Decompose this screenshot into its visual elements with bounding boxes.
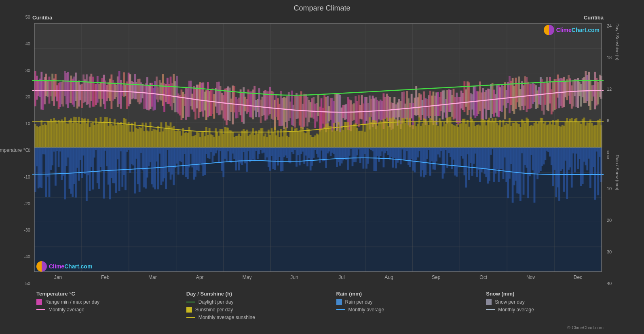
legend-group: Day / Sunshine (h)Daylight per daySunshi… bbox=[186, 291, 332, 322]
legend-item: Monthly average bbox=[336, 307, 482, 313]
copyright: © ClimeChart.com bbox=[8, 325, 636, 330]
logo-text-top: ClimeChart.com bbox=[556, 27, 600, 33]
legend-item: Sunshine per day bbox=[186, 307, 332, 313]
legend-swatch-rect bbox=[36, 299, 42, 305]
legend-swatch-rect bbox=[186, 307, 192, 313]
legend-item-label: Range min / max per day bbox=[45, 299, 99, 305]
legend-swatch-line bbox=[336, 309, 345, 310]
legend-area: Temperature °CRange min / max per dayMon… bbox=[8, 286, 636, 324]
y-tick-left: 10 bbox=[25, 121, 30, 126]
y-axis-right: 24181260Day / Sunshine (h)010203040Rain … bbox=[604, 15, 636, 286]
legend-group-title: Temperature °C bbox=[36, 291, 182, 297]
legend-item-label: Sunshine per day bbox=[195, 307, 233, 313]
legend-item: Snow per day bbox=[486, 299, 632, 305]
y-axis-left: Temperature °C 50403020100-10-20-30-40-5… bbox=[8, 15, 32, 286]
legend-item-label: Rain per day bbox=[345, 299, 373, 305]
y-tick-right-bottom: 40 bbox=[607, 281, 612, 286]
legend-swatch-line bbox=[186, 302, 195, 302]
y-tick-left: -10 bbox=[24, 174, 30, 179]
logo-bottom-left: ClimeChart.com bbox=[36, 261, 92, 272]
y-tick-right-top: 12 bbox=[607, 87, 612, 91]
y-tick-left: 50 bbox=[25, 15, 30, 19]
legend-group: Rain (mm)Rain per dayMonthly average bbox=[336, 291, 482, 322]
legend-item-label: Daylight per day bbox=[198, 299, 234, 305]
legend-item-label: Monthly average bbox=[49, 307, 84, 313]
y-tick-left: -30 bbox=[24, 228, 30, 232]
chart-inner: Curitiba Curitiba ClimeChart.com ClimeCh… bbox=[32, 15, 604, 286]
canvas-container: ClimeChart.com ClimeChart.com bbox=[32, 21, 604, 284]
y-axis-right-bottom-label: Rain / Snow (mm) bbox=[612, 155, 620, 286]
climate-chart-canvas bbox=[32, 21, 604, 284]
legend-item: Range min / max per day bbox=[36, 299, 182, 305]
y-tick-left: -20 bbox=[24, 201, 30, 206]
logo-icon-top bbox=[544, 25, 554, 35]
y-tick-left: 30 bbox=[25, 68, 30, 73]
legend-swatch-rect bbox=[486, 299, 492, 305]
logo-text-bottom: ClimeChart.com bbox=[49, 263, 92, 270]
y-tick-left: -40 bbox=[24, 254, 30, 259]
legend-item: Monthly average bbox=[486, 307, 632, 313]
legend-group: Snow (mm)Snow per dayMonthly average bbox=[486, 291, 632, 322]
legend-item-label: Monthly average bbox=[348, 307, 384, 313]
legend-group: Temperature °CRange min / max per dayMon… bbox=[36, 291, 182, 322]
legend-group-title: Snow (mm) bbox=[486, 291, 632, 297]
legend-item: Rain per day bbox=[336, 299, 482, 305]
y-tick-right-top: 24 bbox=[607, 23, 612, 28]
legend-item: Daylight per day bbox=[186, 299, 332, 305]
right-location-label: Curitiba bbox=[584, 15, 604, 21]
y-tick-left: 40 bbox=[25, 41, 30, 46]
y-tick-right-bottom: 10 bbox=[607, 186, 612, 191]
legend-swatch-line bbox=[36, 309, 45, 310]
legend-item-label: Monthly average bbox=[498, 307, 534, 313]
chart-title: Compare Climate bbox=[8, 4, 636, 13]
y-tick-right-bottom: 20 bbox=[607, 218, 612, 223]
y-tick-right-bottom: 30 bbox=[607, 249, 612, 254]
y-axis-left-label: Temperature °C bbox=[0, 147, 29, 153]
y-tick-right-bottom: 0 bbox=[607, 155, 612, 160]
legend-group-title: Day / Sunshine (h) bbox=[186, 291, 332, 297]
page-container: Compare Climate Temperature °C 504030201… bbox=[0, 0, 644, 334]
legend-item-label: Snow per day bbox=[495, 299, 524, 305]
legend-swatch-rect bbox=[336, 299, 342, 305]
legend-item: Monthly average bbox=[36, 307, 182, 313]
y-tick-left: 20 bbox=[25, 94, 30, 99]
logo-icon-bottom bbox=[36, 261, 47, 272]
y-tick-left: -50 bbox=[24, 281, 30, 286]
y-axis-right-top-label: Day / Sunshine (h) bbox=[612, 23, 620, 155]
chart-area: Temperature °C 50403020100-10-20-30-40-5… bbox=[8, 15, 636, 286]
legend-swatch-line bbox=[486, 309, 495, 310]
legend-item: Monthly average sunshine bbox=[186, 315, 332, 320]
chart-top-labels: Curitiba Curitiba bbox=[32, 15, 604, 21]
legend-item-label: Monthly average sunshine bbox=[198, 315, 255, 320]
legend-swatch-line bbox=[186, 317, 195, 318]
y-tick-right-top: 6 bbox=[607, 118, 612, 123]
left-location-label: Curitiba bbox=[32, 15, 52, 21]
legend-group-title: Rain (mm) bbox=[336, 291, 482, 297]
y-tick-right-top: 18 bbox=[607, 55, 612, 60]
logo-top-right: ClimeChart.com bbox=[544, 25, 600, 35]
y-tick-right-top: 0 bbox=[607, 150, 612, 155]
